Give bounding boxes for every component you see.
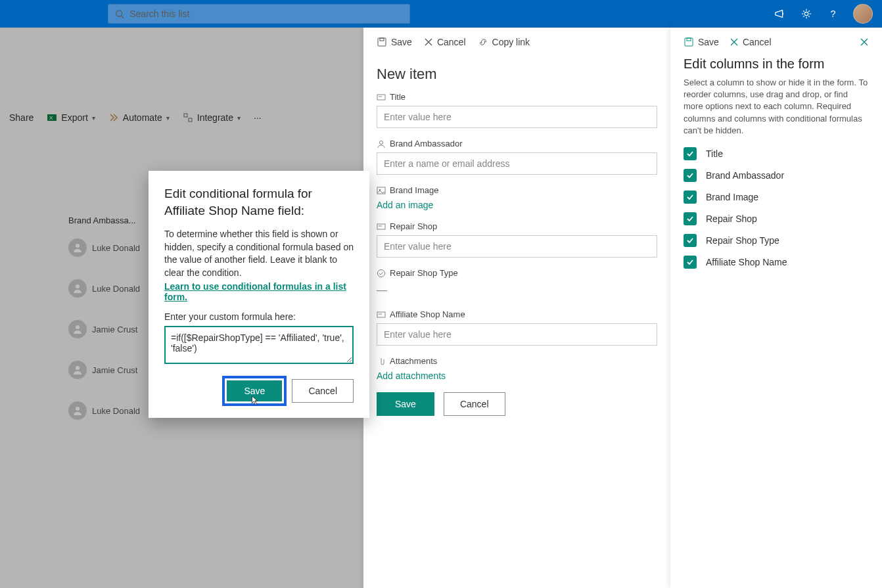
repair-shop-type-value[interactable]: —	[377, 282, 657, 299]
checkbox-checked-icon[interactable]	[684, 256, 697, 269]
column-item-shoptype[interactable]: Repair Shop Type	[684, 234, 869, 247]
megaphone-icon[interactable]	[774, 8, 786, 20]
svg-rect-18	[377, 187, 385, 194]
svg-point-0	[116, 11, 122, 16]
field-label-ambassador: Brand Ambassador	[390, 139, 463, 148]
field-label-shoptype: Repair Shop Type	[390, 268, 458, 278]
field-label-shop: Repair Shop	[390, 221, 437, 231]
text-icon	[377, 93, 386, 102]
svg-point-22	[378, 269, 385, 277]
svg-rect-23	[377, 312, 385, 317]
columns-panel-title: Edit columns in the form	[684, 57, 869, 72]
link-icon	[478, 37, 488, 47]
svg-rect-15	[377, 95, 385, 100]
search-box[interactable]	[108, 4, 410, 24]
suite-header-right: ?	[774, 4, 873, 24]
columns-panel-desc: Select a column to show or hide it in th…	[684, 77, 869, 137]
close-icon	[860, 37, 869, 47]
cursor-icon	[248, 395, 260, 407]
form-cancel-button[interactable]: Cancel	[424, 37, 466, 47]
edit-columns-panel: Save Cancel Edit columns in the form Sel…	[670, 28, 882, 588]
svg-rect-14	[380, 38, 384, 41]
svg-rect-13	[378, 38, 386, 46]
tutorial-highlight: Save	[222, 376, 287, 406]
ambassador-input[interactable]	[377, 152, 657, 175]
checkbox-checked-icon[interactable]	[684, 191, 697, 204]
column-item-ambassador[interactable]: Brand Ambassador	[684, 169, 869, 182]
close-panel-button[interactable]	[860, 37, 869, 47]
field-label-affiliate: Affiliate Shop Name	[390, 309, 465, 319]
learn-more-link[interactable]: Learn to use conditional formulas in a l…	[164, 281, 354, 302]
column-item-title[interactable]: Title	[684, 147, 869, 160]
form-command-bar: Save Cancel Copy link	[377, 34, 657, 54]
column-item-image[interactable]: Brand Image	[684, 191, 869, 204]
svg-point-2	[804, 12, 808, 15]
dialog-save-button[interactable]: Save	[227, 380, 282, 401]
column-item-shop[interactable]: Repair Shop	[684, 212, 869, 225]
field-label-image: Brand Image	[390, 185, 438, 195]
close-icon	[730, 37, 739, 47]
form-save-button[interactable]: Save	[377, 37, 412, 47]
svg-rect-20	[377, 224, 385, 229]
help-icon[interactable]: ?	[827, 8, 839, 20]
formula-label: Enter your custom formula here:	[164, 311, 354, 322]
gear-icon[interactable]	[801, 8, 812, 20]
dialog-description: To determine whether this field is shown…	[164, 228, 354, 279]
save-icon	[377, 37, 387, 47]
form-save-button[interactable]: Save	[377, 392, 434, 416]
add-image-link[interactable]: Add an image	[377, 200, 433, 210]
column-item-affiliate[interactable]: Affiliate Shop Name	[684, 256, 869, 269]
checkbox-checked-icon[interactable]	[684, 147, 697, 160]
conditional-formula-dialog: Edit conditional formula for Affiliate S…	[149, 171, 369, 418]
suite-header: ?	[0, 0, 882, 28]
columns-list: Title Brand Ambassador Brand Image Repai…	[684, 147, 869, 269]
text-icon	[377, 222, 386, 231]
add-attachments-link[interactable]: Add attachments	[377, 371, 446, 381]
close-icon	[424, 37, 433, 47]
svg-text:?: ?	[830, 9, 835, 19]
svg-line-1	[122, 16, 124, 18]
form-cancel-button[interactable]: Cancel	[444, 392, 505, 416]
save-icon	[684, 37, 694, 47]
columns-cancel-button[interactable]: Cancel	[730, 37, 772, 47]
copy-link-button[interactable]: Copy link	[478, 37, 530, 47]
svg-point-17	[380, 141, 383, 144]
title-input[interactable]	[377, 106, 657, 128]
person-icon	[377, 139, 386, 148]
checkbox-checked-icon[interactable]	[684, 169, 697, 182]
checkbox-checked-icon[interactable]	[684, 234, 697, 247]
affiliate-shop-input[interactable]	[377, 323, 657, 346]
dialog-title: Edit conditional formula for Affiliate S…	[164, 185, 354, 219]
field-label-attachments: Attachments	[390, 356, 437, 366]
checkbox-checked-icon[interactable]	[684, 212, 697, 225]
image-icon	[377, 186, 386, 195]
field-label-title: Title	[390, 92, 406, 102]
text-icon	[377, 310, 386, 319]
form-title: New item	[377, 66, 657, 83]
avatar[interactable]	[853, 4, 873, 24]
formula-textarea[interactable]: =if([$RepairShopType] == 'Affiliated', '…	[164, 326, 354, 364]
dialog-cancel-button[interactable]: Cancel	[292, 379, 354, 403]
repair-shop-input[interactable]	[377, 235, 657, 258]
new-item-form-panel: Save Cancel Copy link New item Title Bra…	[363, 28, 670, 588]
svg-rect-25	[685, 38, 693, 46]
choice-icon	[377, 269, 386, 278]
attachment-icon	[377, 357, 386, 366]
columns-save-button[interactable]: Save	[684, 37, 719, 47]
svg-rect-26	[687, 38, 691, 41]
search-input[interactable]	[129, 9, 403, 19]
search-icon	[115, 9, 124, 19]
